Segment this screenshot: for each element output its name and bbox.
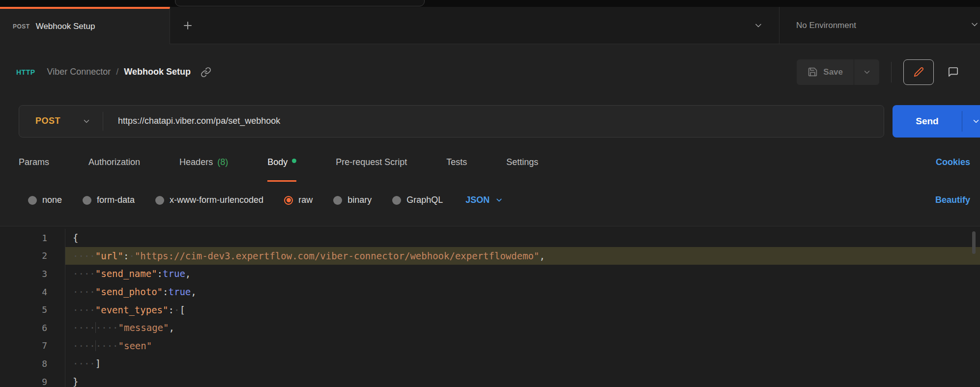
breadcrumb-collection[interactable]: Viber Connector <box>47 67 111 77</box>
radio-icon[interactable] <box>83 196 91 205</box>
line-number: 6 <box>0 319 65 337</box>
send-options-button[interactable] <box>962 105 980 138</box>
tab-settings[interactable]: Settings <box>506 142 538 182</box>
mode-label: raw <box>298 195 313 205</box>
mode-graphql[interactable]: GraphQL <box>392 195 443 205</box>
mode-binary[interactable]: binary <box>333 195 372 205</box>
tab-method-label: POST <box>13 23 30 30</box>
line-number: 1 <box>0 229 65 247</box>
tab-label: Body <box>267 157 288 167</box>
code-line[interactable]: 9} <box>0 373 980 387</box>
postman-window: POST Webhook Setup No Environment HTTP V… <box>0 0 980 387</box>
toolbar-actions: Save <box>797 59 967 85</box>
mode-none[interactable]: none <box>28 195 62 205</box>
code-line-content: ········"message", <box>65 319 980 337</box>
code-line-content: { <box>65 229 980 247</box>
line-number: 2 <box>0 247 65 265</box>
line-number: 7 <box>0 337 65 355</box>
code-line[interactable]: 1{ <box>0 229 980 247</box>
line-number: 4 <box>0 283 65 301</box>
radio-selected-icon[interactable] <box>284 196 293 205</box>
url-container: POST <box>19 105 884 138</box>
mode-label: none <box>42 195 62 205</box>
code-editor-lines: 1{2····"url":·"https://cim-dev3.expertfl… <box>0 229 980 387</box>
line-number: 9 <box>0 373 65 387</box>
save-icon <box>807 67 818 77</box>
code-line[interactable]: 6········"message", <box>0 319 980 337</box>
pencil-icon <box>914 67 924 77</box>
new-tab-button[interactable] <box>170 7 205 44</box>
code-line-content: ····"send_name":true, <box>65 265 980 283</box>
environment-selector[interactable]: No Environment <box>779 7 980 44</box>
tab-body[interactable]: Body <box>267 142 296 182</box>
editor-scrollbar[interactable] <box>972 231 976 254</box>
save-button-label: Save <box>823 67 843 77</box>
tab-pre-request-script[interactable]: Pre-request Script <box>336 142 407 182</box>
save-button-group: Save <box>797 59 879 85</box>
tab-strip: POST Webhook Setup No Environment <box>0 7 980 44</box>
chevron-down-icon <box>970 20 980 31</box>
tab-tests[interactable]: Tests <box>446 142 467 182</box>
url-input[interactable] <box>103 116 884 126</box>
chevron-down-icon <box>495 196 503 204</box>
language-label: JSON <box>465 195 490 205</box>
method-label: POST <box>35 116 60 126</box>
tab-params[interactable]: Params <box>19 142 49 182</box>
code-line-content: } <box>65 373 980 387</box>
tab-label: Headers <box>179 157 213 167</box>
code-line[interactable]: 3····"send_name":true, <box>0 265 980 283</box>
chevron-down-icon <box>863 68 871 77</box>
radio-icon[interactable] <box>155 196 164 205</box>
beautify-link[interactable]: Beautify <box>935 195 980 205</box>
tab-label: Authorization <box>88 157 140 167</box>
chevron-down-icon <box>82 117 91 126</box>
body-mode-options: none form-data x-www-form-urlencoded raw… <box>0 182 980 219</box>
breadcrumb-separator: / <box>116 67 118 77</box>
code-line[interactable]: 5····"event_types":·[ <box>0 301 980 319</box>
breadcrumb-request-name: Webhook Setup <box>124 67 191 77</box>
tab-overflow-button[interactable] <box>738 7 779 44</box>
tab-label: Tests <box>446 157 467 167</box>
edit-request-button[interactable] <box>903 59 934 85</box>
mode-label: binary <box>347 195 372 205</box>
mode-label: GraphQL <box>406 195 443 205</box>
code-editor[interactable]: 1{2····"url":·"https://cim-dev3.expertfl… <box>0 226 980 387</box>
code-line[interactable]: 2····"url":·"https://cim-dev3.expertflow… <box>0 247 980 265</box>
headers-count-badge: (8) <box>217 157 228 167</box>
tab-label: Pre-request Script <box>336 157 407 167</box>
code-line-content: ····"url":·"https://cim-dev3.expertflow.… <box>65 247 980 265</box>
code-line-content: ····"event_types":·[ <box>65 301 980 319</box>
radio-icon[interactable] <box>333 196 342 205</box>
save-button[interactable]: Save <box>797 59 854 85</box>
mode-raw[interactable]: raw <box>284 195 313 205</box>
radio-icon[interactable] <box>28 196 37 205</box>
save-options-button[interactable] <box>854 59 879 85</box>
code-line[interactable]: 7········"seen" <box>0 337 980 355</box>
mode-form-data[interactable]: form-data <box>83 195 135 205</box>
radio-icon[interactable] <box>392 196 401 205</box>
tab-authorization[interactable]: Authorization <box>88 142 140 182</box>
comments-button[interactable] <box>939 59 967 85</box>
code-line-content: ····] <box>65 355 980 373</box>
code-line[interactable]: 8····] <box>0 355 980 373</box>
environment-label: No Environment <box>796 21 856 30</box>
language-dropdown[interactable]: JSON <box>465 195 503 205</box>
tab-headers[interactable]: Headers (8) <box>179 142 228 182</box>
mode-label: x-www-form-urlencoded <box>170 195 263 205</box>
body-content-dot <box>292 159 296 163</box>
chevron-down-icon <box>972 117 980 126</box>
tab-strip-spacer <box>205 7 738 44</box>
request-tabs: Params Authorization Headers (8) Body Pr… <box>0 142 980 182</box>
method-dropdown[interactable]: POST <box>19 116 103 126</box>
code-line-content: ········"seen" <box>65 337 980 355</box>
send-button-label[interactable]: Send <box>893 105 962 138</box>
mode-x-www-form-urlencoded[interactable]: x-www-form-urlencoded <box>155 195 263 205</box>
request-tab-webhook-setup[interactable]: POST Webhook Setup <box>0 7 170 44</box>
cookies-link[interactable]: Cookies <box>936 157 980 167</box>
send-button[interactable]: Send <box>893 105 980 138</box>
code-line[interactable]: 4····"send_photo":true, <box>0 283 980 301</box>
share-link-button[interactable] <box>201 67 211 78</box>
line-number: 5 <box>0 301 65 319</box>
code-line-content: ····"send_photo":true, <box>65 283 980 301</box>
tab-label: Params <box>19 157 49 167</box>
